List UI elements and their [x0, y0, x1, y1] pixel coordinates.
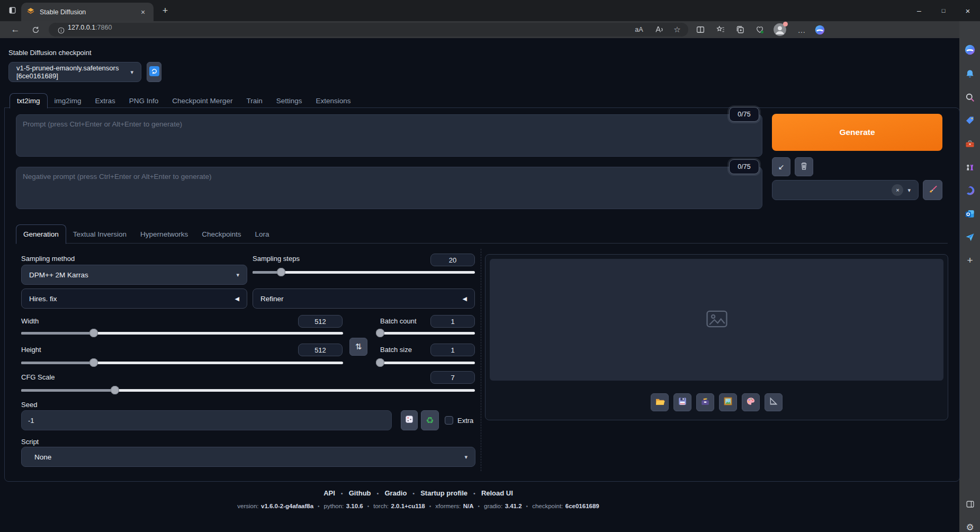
batch-count-slider[interactable] — [380, 329, 475, 337]
sidebar-settings-gear-icon[interactable]: ⚙ — [964, 521, 976, 532]
footer-link-github[interactable]: Github — [349, 489, 371, 497]
slider-handle[interactable] — [376, 358, 384, 367]
recycle-icon: ♻ — [426, 415, 434, 426]
split-screen-icon[interactable] — [693, 22, 708, 37]
tab-textual-inversion[interactable]: Textual Inversion — [66, 224, 133, 244]
sampling-steps-slider[interactable] — [253, 268, 475, 276]
random-seed-button[interactable] — [401, 410, 418, 430]
generate-button[interactable]: Generate — [772, 114, 942, 151]
floppy-disk-icon — [678, 396, 687, 408]
extra-seed-checkbox[interactable] — [445, 416, 453, 425]
slider-handle[interactable] — [89, 329, 98, 337]
slider-handle[interactable] — [376, 329, 384, 337]
seed-input[interactable] — [21, 410, 392, 430]
slider-handle[interactable] — [89, 358, 98, 367]
clear-prompt-button[interactable] — [795, 157, 813, 176]
height-slider[interactable] — [21, 358, 343, 367]
footer-link-reload-ui[interactable]: Reload UI — [481, 489, 513, 497]
tab-hypernetworks[interactable]: Hypernetworks — [133, 224, 195, 244]
notifications-bell-icon[interactable] — [964, 68, 976, 80]
edit-styles-button[interactable] — [923, 180, 942, 200]
settings-menu-icon[interactable]: … — [794, 22, 810, 37]
xformers-label: xformers: — [435, 503, 461, 509]
tab-extras[interactable]: Extras — [88, 93, 122, 108]
window-close-button[interactable]: × — [956, 0, 980, 21]
tab-settings[interactable]: Settings — [269, 93, 309, 108]
favorites-hub-icon[interactable] — [713, 22, 729, 37]
send-to-extras-button[interactable] — [765, 393, 783, 411]
reuse-seed-button[interactable]: ♻ — [421, 410, 439, 430]
collections-icon[interactable] — [732, 22, 748, 37]
copilot-toolbar-icon[interactable] — [812, 22, 828, 37]
width-label: Width — [21, 317, 39, 325]
script-dropdown[interactable]: None ▾ — [21, 447, 475, 467]
save-zip-button[interactable] — [696, 393, 714, 411]
cfg-scale-value[interactable]: 7 — [430, 371, 475, 384]
paste-generation-params-button[interactable]: ↙ — [772, 157, 790, 176]
tab-lora[interactable]: Lora — [248, 224, 276, 244]
cfg-scale-slider[interactable] — [21, 386, 475, 394]
microsoft-365-icon[interactable] — [964, 184, 976, 197]
refresh-icon[interactable] — [28, 22, 43, 37]
tab-img2img[interactable]: img2img — [48, 93, 88, 108]
slider-handle[interactable] — [111, 386, 119, 394]
tab-close-icon[interactable]: × — [138, 7, 148, 17]
negative-prompt-input[interactable] — [16, 167, 762, 209]
tab-generation[interactable]: Generation — [16, 224, 66, 244]
footer-separator — [341, 490, 343, 497]
favorites-star-icon[interactable]: ☆ — [669, 22, 685, 37]
games-chess-icon[interactable] — [964, 161, 976, 174]
hires-fix-accordion[interactable]: Hires. fix ◀ — [21, 288, 247, 309]
sampling-steps-value[interactable]: 20 — [430, 254, 475, 266]
checkpoint-dropdown[interactable]: v1-5-pruned-emaonly.safetensors [6ce0161… — [8, 62, 141, 82]
batch-count-value[interactable]: 1 — [430, 315, 475, 328]
url-text[interactable]: 127.0.0.1:7860 — [68, 24, 112, 31]
slider-handle[interactable] — [277, 268, 285, 276]
open-folder-button[interactable] — [651, 393, 669, 411]
checkpoint-refresh-button[interactable] — [147, 62, 161, 82]
translate-icon[interactable]: aA — [631, 22, 647, 37]
batch-size-value[interactable]: 1 — [430, 344, 475, 356]
address-bar[interactable] — [49, 23, 688, 37]
read-aloud-icon[interactable] — [651, 22, 667, 37]
back-icon[interactable]: ← — [7, 22, 23, 37]
browser-tab[interactable]: Stable Diffusion × — [21, 3, 154, 21]
send-to-img2img-button[interactable] — [719, 393, 737, 411]
prompt-input[interactable] — [16, 114, 762, 157]
width-value[interactable]: 512 — [298, 315, 343, 328]
footer-link-startup-profile[interactable]: Startup profile — [420, 489, 467, 497]
send-to-inpaint-button[interactable] — [742, 393, 760, 411]
browser-essentials-icon[interactable] — [752, 22, 768, 37]
swap-width-height-button[interactable]: ⇅ — [349, 338, 367, 356]
save-image-button[interactable] — [673, 393, 691, 411]
shopping-tag-icon[interactable] — [964, 114, 976, 127]
tools-toolbox-icon[interactable] — [964, 138, 976, 150]
refiner-accordion[interactable]: Refiner ◀ — [253, 288, 475, 309]
site-info-icon[interactable] — [53, 23, 69, 38]
window-maximize-button[interactable]: □ — [931, 0, 956, 21]
styles-clear-icon[interactable]: × — [892, 184, 903, 196]
drop-paper-plane-icon[interactable] — [964, 231, 976, 244]
tab-actions-button[interactable] — [5, 4, 19, 18]
tab-extensions[interactable]: Extensions — [309, 93, 357, 108]
sidebar-add-icon[interactable]: + — [964, 254, 976, 267]
window-minimize-button[interactable]: – — [907, 0, 931, 21]
search-icon[interactable] — [964, 91, 976, 104]
profile-avatar[interactable] — [773, 23, 787, 37]
batch-size-slider[interactable] — [380, 358, 475, 367]
tab-png-info[interactable]: PNG Info — [122, 93, 166, 108]
sidebar-toggle-icon[interactable] — [964, 498, 976, 510]
tab-checkpoints[interactable]: Checkpoints — [195, 224, 248, 244]
copilot-sidebar-icon[interactable] — [964, 43, 976, 56]
tab-txt2img[interactable]: txt2img — [10, 93, 48, 109]
styles-dropdown[interactable]: × ▾ — [772, 180, 919, 200]
tab-checkpoint-merger[interactable]: Checkpoint Merger — [165, 93, 239, 108]
height-value[interactable]: 512 — [298, 344, 343, 356]
new-tab-button[interactable]: + — [159, 4, 172, 17]
footer-link-api[interactable]: API — [323, 489, 335, 497]
outlook-icon[interactable] — [964, 208, 976, 220]
width-slider[interactable] — [21, 329, 343, 337]
sampling-method-dropdown[interactable]: DPM++ 2M Karras ▾ — [21, 265, 247, 285]
footer-link-gradio[interactable]: Gradio — [384, 489, 407, 497]
tab-train[interactable]: Train — [239, 93, 269, 108]
